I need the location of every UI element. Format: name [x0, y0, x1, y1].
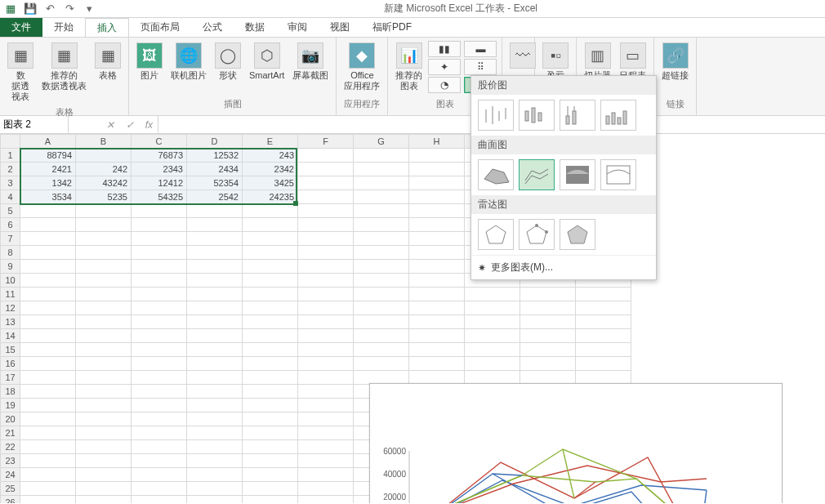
col-header-E[interactable]: E [243, 135, 298, 149]
cell[interactable] [132, 426, 187, 440]
recommended-charts-button[interactable]: 📊推荐的 图表 [393, 41, 425, 93]
cell[interactable] [76, 426, 132, 440]
row-header[interactable]: 12 [1, 301, 20, 315]
cell[interactable] [465, 329, 520, 343]
cell[interactable] [20, 399, 76, 413]
cell[interactable] [298, 329, 354, 343]
cell[interactable] [132, 301, 187, 315]
cell[interactable] [354, 232, 409, 246]
row-header[interactable]: 11 [1, 288, 20, 301]
cell[interactable] [243, 440, 298, 454]
cell[interactable] [298, 204, 354, 218]
cell[interactable] [298, 149, 354, 163]
cell[interactable] [187, 468, 243, 482]
cell[interactable] [465, 343, 520, 357]
cell[interactable] [187, 413, 243, 426]
cell[interactable] [243, 274, 298, 288]
cell[interactable] [354, 288, 409, 301]
cell[interactable] [409, 260, 465, 274]
cell[interactable]: 12532 [187, 149, 243, 163]
cell[interactable] [520, 343, 576, 357]
cell[interactable] [187, 301, 243, 315]
tab-review[interactable]: 审阅 [276, 18, 319, 37]
cell[interactable] [76, 204, 132, 218]
cell[interactable] [243, 246, 298, 260]
cell[interactable] [354, 274, 409, 288]
customize-qat-icon[interactable]: ▾ [82, 2, 96, 16]
cell[interactable] [76, 482, 132, 496]
cell[interactable] [298, 440, 354, 454]
cell[interactable] [20, 288, 76, 301]
cell[interactable] [298, 232, 354, 246]
cell[interactable]: 2342 [243, 163, 298, 176]
tab-insert[interactable]: 插入 [85, 18, 129, 37]
cell[interactable] [243, 204, 298, 218]
cell[interactable] [576, 343, 631, 357]
recommended-pivot-button[interactable]: ▦推荐的 数据透视表 [39, 41, 89, 93]
cell[interactable] [243, 329, 298, 343]
cell[interactable] [76, 218, 132, 232]
cell[interactable] [298, 399, 354, 413]
surface-3d[interactable] [478, 159, 514, 190]
cell[interactable] [576, 329, 631, 343]
row-header[interactable]: 15 [1, 343, 20, 357]
cell[interactable] [409, 232, 465, 246]
cell[interactable] [243, 454, 298, 468]
cell[interactable] [132, 218, 187, 232]
row-header[interactable]: 3 [1, 176, 20, 190]
tab-foxit-pdf[interactable]: 福昕PDF [361, 18, 423, 37]
cell[interactable] [76, 399, 132, 413]
cell[interactable] [132, 288, 187, 301]
row-header[interactable]: 5 [1, 204, 20, 218]
cell[interactable] [20, 343, 76, 357]
cell[interactable] [354, 204, 409, 218]
cell[interactable] [76, 357, 132, 371]
cell[interactable] [132, 329, 187, 343]
cell[interactable] [298, 371, 354, 385]
cell[interactable] [409, 190, 465, 204]
cell[interactable] [243, 496, 298, 504]
cell[interactable] [354, 260, 409, 274]
cell[interactable] [187, 218, 243, 232]
cell[interactable] [132, 315, 187, 329]
row-header[interactable]: 13 [1, 315, 20, 329]
cell[interactable] [243, 399, 298, 413]
row-header[interactable]: 16 [1, 357, 20, 371]
cell[interactable] [243, 385, 298, 399]
cell[interactable] [298, 426, 354, 440]
cell[interactable]: 24235 [243, 190, 298, 204]
row-header[interactable]: 24 [1, 468, 20, 482]
column-chart-button[interactable]: ▮▮ [428, 41, 461, 57]
col-header-F[interactable]: F [298, 135, 354, 149]
cell[interactable] [187, 454, 243, 468]
cell[interactable] [243, 301, 298, 315]
cell[interactable] [354, 329, 409, 343]
cell[interactable] [187, 329, 243, 343]
cell[interactable] [354, 371, 409, 385]
cell[interactable]: 242 [76, 163, 132, 176]
cell[interactable] [20, 204, 76, 218]
cell[interactable] [20, 260, 76, 274]
cell[interactable] [243, 468, 298, 482]
cell[interactable] [187, 385, 243, 399]
cell[interactable] [132, 246, 187, 260]
row-header[interactable]: 18 [1, 385, 20, 399]
row-header[interactable]: 21 [1, 426, 20, 440]
surface-wireframe-contour[interactable] [600, 159, 636, 190]
cell[interactable] [20, 274, 76, 288]
pie-chart-button[interactable]: ◔ [428, 77, 461, 93]
cell[interactable] [409, 149, 465, 163]
cell[interactable] [76, 496, 132, 504]
cell[interactable] [20, 371, 76, 385]
cell[interactable] [354, 315, 409, 329]
cell[interactable] [187, 440, 243, 454]
cell[interactable] [76, 301, 132, 315]
cell[interactable] [409, 274, 465, 288]
tab-home[interactable]: 开始 [42, 18, 85, 37]
cell[interactable] [298, 288, 354, 301]
cell[interactable] [76, 385, 132, 399]
stock-chart-1[interactable] [478, 100, 514, 131]
cell[interactable] [298, 301, 354, 315]
cell[interactable] [520, 357, 576, 371]
cell[interactable]: 12412 [132, 176, 187, 190]
